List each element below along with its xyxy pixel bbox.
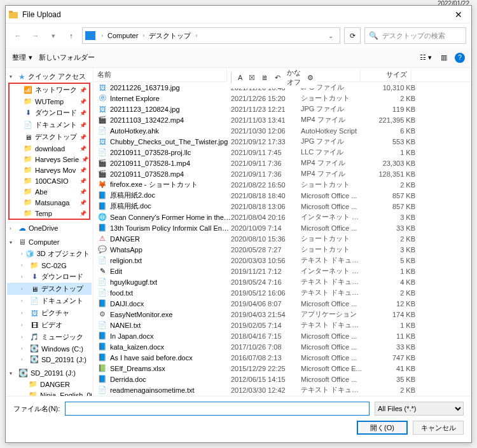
file-row[interactable]: 📘In Japan.docx2018/04/16 7:15Microsoft O… [93,330,471,341]
file-row[interactable]: 📘As I have said before.docx2016/07/08 2:… [93,352,471,363]
filename-input[interactable] [65,402,370,416]
file-size: 1 KB [364,268,415,275]
file-name: As I have said before.docx [110,354,231,362]
file-row[interactable]: 📄20210911_073528-proj.llc2021/09/11 7:45… [93,147,471,158]
file-row[interactable]: 📘原稿用紙.doc2021/08/18 13:06Microsoft Offic… [93,201,471,212]
search-input[interactable]: 🔍 デスクトップの検索 [364,27,466,44]
quick-access-header[interactable]: ▾ ★ クイック アクセス [7,71,92,83]
file-row[interactable]: 📘Derrida.doc2012/06/15 14:15Microsoft Of… [93,374,471,384]
view-mode-button[interactable]: ☷ ▾ [418,52,433,63]
sidebar-item[interactable]: 📁Harveys Serie📌 [10,154,89,165]
onedrive-header[interactable]: › ☁ OneDrive [7,222,92,234]
file-name: hguylkugugf.txt [110,278,231,286]
ime-a-icon[interactable]: A [238,74,242,81]
file-row[interactable]: 🎬20211103_132422.mp42021/11/03 13:41MP4 … [93,114,471,125]
file-row[interactable]: 📄readmenagainsometime.txt2012/03/30 12:4… [93,384,471,395]
file-row[interactable]: ✎Edit2019/11/21 7:12インターネット ショート...1 KB [93,266,471,276]
sidebar-item[interactable]: ›🖼ピクチャ [7,307,92,319]
sidebar-item[interactable]: 📁Harveys Mov📌 [10,165,89,175]
computer-header[interactable]: ▾ 🖥 Computer [7,236,92,248]
sidebar-item[interactable]: 📁Ninja_English_00 [7,390,92,396]
cancel-button[interactable]: キャンセル [413,421,464,435]
sidebar-item[interactable]: ›💽Windows (C:) [7,343,92,354]
sidebar-item[interactable]: 📁100CASIO📌 [10,175,89,186]
sidebar-item[interactable]: 📁Temp📌 [10,208,89,219]
file-row[interactable]: 📘DAIJI.docx2019/04/06 8:07Microsoft Offi… [93,298,471,309]
recent-dropdown[interactable]: ▾ [46,29,60,43]
ime-settings-icon[interactable]: ⚙ [307,74,314,82]
file-size: 1 KB [364,322,415,329]
sidebar-item[interactable]: 📁WUTemp📌 [10,96,89,107]
ime-kana-toggle[interactable]: かなオフ [287,68,301,87]
open-button[interactable]: 開く(O) [357,421,408,435]
sidebar-item[interactable]: 📁Abe📌 [10,186,89,197]
sidebar-item[interactable]: 📶ネットワーク📌 [10,84,89,96]
refresh-button[interactable]: ⟳ [344,27,361,44]
file-size: 857 KB [364,203,415,210]
sidebar-item[interactable]: 📁Matsunaga📌 [10,197,89,208]
file-name: Internet Explore [110,95,231,102]
ime-undo-icon[interactable]: ↶ [275,74,280,82]
sidebar-item[interactable]: ⬇ダウンロード📌 [10,107,89,119]
breadcrumb-root[interactable]: Computer [106,32,139,39]
help-button[interactable]: ? [455,53,465,63]
close-button[interactable]: ✕ [448,8,469,21]
file-row[interactable]: 🦊firefox.exe - ショートカット2021/08/22 16:50ショ… [93,179,471,190]
file-row[interactable]: 🖼Chubby_Checks_out_The_Twister.jpg2021/0… [93,136,471,147]
file-list[interactable]: 🖼20211226_163719.jpg2021/12/26 16:40JPG … [93,82,471,396]
file-row[interactable]: 📄AutoHotkey.ahk2021/10/30 12:06AutoHotke… [93,125,471,136]
item-icon: 📁 [24,97,32,105]
breadcrumb[interactable]: › Computer › デスクトップ › ⌄ [82,27,340,44]
sidebar-item[interactable]: 📄ドキュメント📌 [10,119,89,131]
sidebar-item[interactable]: 🖥デスクトップ📌 [10,131,89,143]
file-row[interactable]: 📄hguylkugugf.txt2019/05/24 7:16テキスト ドキュメ… [93,276,471,287]
ime-doc-icon[interactable]: 🗎 [261,74,268,81]
ime-symbol-icon[interactable]: ☒ [249,74,255,82]
file-row[interactable]: 📘13th Tourism Policy Informix Call Engli… [93,222,471,233]
item-icon: 🧊 [25,250,34,258]
file-row[interactable]: 📗SElf_Dreams.xlsx2015/12/29 22:25Microso… [93,363,471,374]
breadcrumb-path[interactable]: デスクトップ [148,31,192,41]
chevron-right-icon: › [21,322,27,328]
organize-button[interactable]: 整理 ▾ [12,53,32,62]
file-row[interactable]: 📘kata_kaizen.docx2017/10/26 7:08Microsof… [93,341,471,352]
forward-button[interactable]: → [29,29,43,43]
sidebar-item[interactable]: 📁download📌 [10,143,89,154]
file-row[interactable]: 📄religion.txt2020/03/03 10:56テキスト ドキュメント… [93,255,471,266]
file-row[interactable]: 🎬20210911_073528-1.mp42021/09/11 7:36MP4… [93,158,471,168]
back-button[interactable]: ← [11,29,25,43]
sidebar-item[interactable]: ›💽SD_20191 (J:) [7,354,92,365]
sidebar-item[interactable]: ›📁SC-02G [7,260,92,271]
preview-pane-button[interactable]: ▥ [439,52,448,63]
column-name[interactable]: 名前 [93,68,227,81]
file-row[interactable]: 📄food.txt2019/05/12 16:06テキスト ドキュメント2 KB [93,287,471,298]
chevron-right-icon: › [21,334,27,340]
breadcrumb-dropdown[interactable]: ⌄ [324,32,337,39]
file-row[interactable]: ⚙EasyNetMonitor.exe2019/04/03 21:54アプリケー… [93,309,471,320]
file-row[interactable]: ⚠DANGER2020/08/10 15:36ショートカット2 KB [93,233,471,244]
up-button[interactable]: ↑ [64,29,78,43]
file-row[interactable]: 📘原稿用紙2.doc2021/08/18 18:40Microsoft Offi… [93,190,471,201]
sidebar-item[interactable]: ›⬇ダウンロード [7,271,92,283]
file-type-filter[interactable]: All Files (*.*) [375,402,464,416]
sidebar-item[interactable]: ›🎵ミュージック [7,331,92,343]
column-size[interactable]: サイズ [361,68,411,81]
file-row[interactable]: 💬WhatsApp2020/05/28 7:27ショートカット3 KB [93,244,471,255]
sidebar-item[interactable]: ›🖥デスクトップ [7,283,92,295]
sidebar-item[interactable]: ›📄ドキュメント [7,295,92,307]
file-row[interactable]: ⓔInternet Explore2021/12/26 15:20ショートカット… [93,93,471,104]
file-row[interactable]: 🌐Sean Connery's Former Home in the Sou..… [93,212,471,222]
file-size: 3 KB [364,246,415,254]
item-label: Harveys Serie [35,156,79,163]
file-row[interactable]: 📄NANEI.txt2019/02/05 7:14テキスト ドキュメント1 KB [93,320,471,330]
file-row[interactable]: 🖼20211123_120824.jpg2021/11/23 12:21JPG … [93,104,471,114]
file-icon: 📘 [97,299,107,308]
chevron-down-icon: ▾ [10,74,16,79]
sidebar-item[interactable]: 📁DANGER [7,379,92,390]
new-folder-button[interactable]: 新しいフォルダー [39,53,95,62]
file-row[interactable]: 🎬20210911_073528.mp42021/09/11 7:36MP4 フ… [93,168,471,179]
sd-header[interactable]: ▾ 💽 SD_20191 (J:) [7,367,92,379]
file-type: ショートカット [301,245,364,254]
sidebar-item[interactable]: ›🎞ビデオ [7,319,92,331]
sidebar-item[interactable]: ›🧊3D オブジェクト [7,248,92,260]
